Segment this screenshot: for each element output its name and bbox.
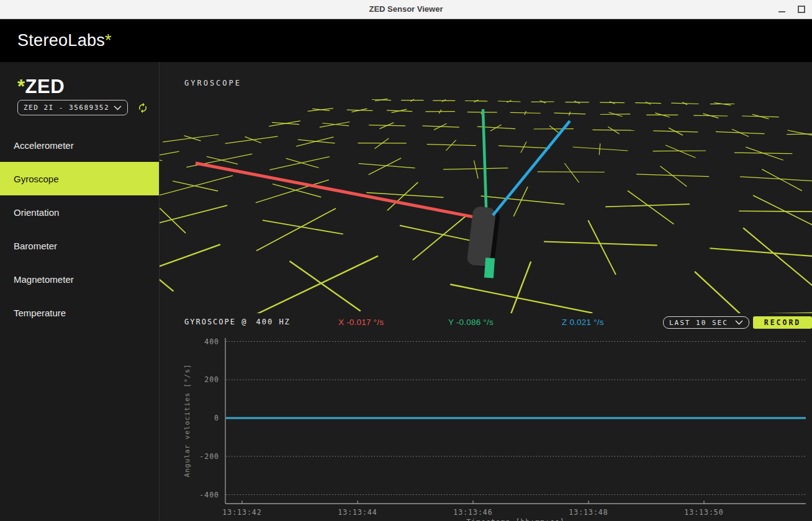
minimize-icon bbox=[778, 11, 785, 12]
gyroscope-3d-view[interactable] bbox=[160, 93, 812, 313]
time-range-dropdown[interactable]: LAST 10 SEC bbox=[663, 316, 749, 329]
x-axis-label: Timestamp [hh:mm:ss] bbox=[466, 518, 564, 521]
main-panel: GYROSCOPE GYROSCOPE @400 HZ X -0.017 °/s… bbox=[160, 62, 812, 521]
sidebar-item-label: Accelerometer bbox=[14, 140, 74, 151]
sidebar: *ZED ZED 2I - 35689352 AccelerometerGyro… bbox=[0, 62, 160, 521]
sidebar-item-label: Temperature bbox=[14, 308, 66, 318]
maximize-icon bbox=[798, 6, 805, 13]
os-titlebar: ZED Sensor Viewer bbox=[0, 0, 812, 19]
readout-y: Y -0.086 °/s bbox=[448, 318, 494, 327]
sidebar-item-orientation[interactable]: Orientation bbox=[0, 195, 159, 229]
x-tick-label: 13:13:44 bbox=[338, 508, 377, 517]
chevron-down-icon bbox=[114, 105, 122, 110]
sensor-rate: 400 HZ bbox=[256, 318, 290, 326]
section-title: GYROSCOPE bbox=[184, 79, 241, 87]
maximize-button[interactable] bbox=[792, 0, 811, 19]
sidebar-item-temperature[interactable]: Temperature bbox=[0, 296, 159, 329]
chevron-down-icon bbox=[735, 320, 743, 325]
angular-velocity-chart[interactable]: 4002000-200-40013:13:4213:13:4413:13:461… bbox=[160, 327, 812, 521]
chart-canvas: 4002000-200-40013:13:4213:13:4413:13:461… bbox=[160, 327, 812, 521]
zed-logo: *ZED bbox=[17, 76, 159, 98]
sidebar-item-label: Barometer bbox=[14, 241, 57, 251]
device-dropdown-value: ZED 2I - 35689352 bbox=[24, 104, 109, 112]
logo-text: ZED bbox=[25, 76, 65, 97]
stereolabs-logo: StereoLabs* bbox=[17, 31, 112, 50]
x-tick-label: 13:13:42 bbox=[222, 508, 261, 517]
brand-text: StereoLabs bbox=[17, 31, 105, 50]
time-range-value: LAST 10 SEC bbox=[669, 319, 728, 327]
sidebar-item-accelerometer[interactable]: Accelerometer bbox=[0, 128, 159, 162]
sidebar-item-barometer[interactable]: Barometer bbox=[0, 229, 159, 262]
record-button[interactable]: RECORD bbox=[753, 316, 812, 329]
sidebar-item-label: Magnetometer bbox=[14, 274, 74, 285]
sidebar-item-label: Gyroscope bbox=[14, 174, 59, 184]
y-tick-label: 200 bbox=[204, 375, 219, 384]
gyroscope-3d-canvas bbox=[160, 93, 812, 313]
y-tick-label: 400 bbox=[204, 337, 219, 346]
y-tick-label: 0 bbox=[214, 414, 219, 422]
y-tick-label: -400 bbox=[199, 491, 219, 499]
refresh-loop-icon bbox=[137, 102, 148, 114]
y-tick-label: -200 bbox=[199, 452, 219, 461]
brand-header: StereoLabs* bbox=[0, 19, 812, 62]
logo-star: * bbox=[17, 76, 25, 97]
refresh-device-button[interactable] bbox=[137, 102, 149, 114]
window-title: ZED Sensor Viewer bbox=[0, 4, 812, 14]
x-tick-label: 13:13:46 bbox=[453, 508, 492, 517]
sensor-rate-label: GYROSCOPE @400 HZ bbox=[184, 318, 291, 326]
readout-x: X -0.017 °/s bbox=[338, 318, 384, 327]
minimize-button[interactable] bbox=[772, 0, 791, 19]
sidebar-item-gyroscope[interactable]: Gyroscope bbox=[0, 162, 159, 195]
sensor-menu: AccelerometerGyroscopeOrientationBaromet… bbox=[0, 128, 159, 329]
x-tick-label: 13:13:50 bbox=[684, 508, 723, 517]
device-dropdown[interactable]: ZED 2I - 35689352 bbox=[17, 100, 128, 115]
brand-star: * bbox=[105, 31, 112, 50]
sensor-source: GYROSCOPE @ bbox=[184, 318, 247, 326]
readout-z: Z 0.021 °/s bbox=[562, 318, 604, 327]
y-axis-label: Angular velocities [°/s] bbox=[183, 364, 191, 478]
x-tick-label: 13:13:48 bbox=[569, 508, 608, 517]
sidebar-item-magnetometer[interactable]: Magnetometer bbox=[0, 262, 159, 296]
sidebar-item-label: Orientation bbox=[14, 207, 59, 218]
x-axis-line bbox=[196, 163, 477, 218]
